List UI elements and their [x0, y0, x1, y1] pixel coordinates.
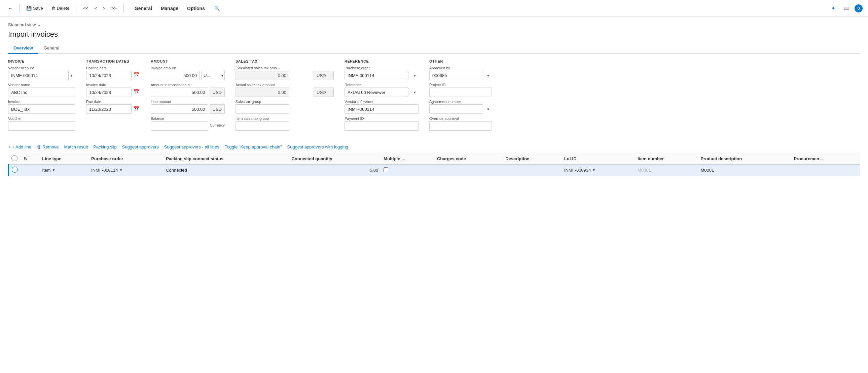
- col-refresh: ↻: [21, 153, 40, 165]
- add-line-button[interactable]: + + Add line: [8, 144, 31, 149]
- refresh-icon[interactable]: ↻: [24, 156, 28, 162]
- tab-general[interactable]: General: [38, 43, 65, 54]
- sales-tax-group-input[interactable]: [236, 104, 289, 114]
- row-description-cell: [503, 165, 561, 176]
- reference-select[interactable]: AxUAT06 Reviewer: [344, 88, 408, 97]
- diamond-button[interactable]: ✦: [828, 3, 838, 14]
- calendar-icon[interactable]: 📅: [133, 71, 140, 79]
- toolbar-right: ✦ 📖 0: [828, 3, 863, 14]
- calendar-icon[interactable]: 📅: [133, 104, 140, 112]
- col-line-type: Line type: [39, 153, 89, 165]
- vendor-name-input[interactable]: [8, 88, 75, 97]
- line-amount-input[interactable]: [151, 104, 208, 114]
- vendor-ref-input[interactable]: [344, 104, 418, 114]
- chevron-down-icon: ▼: [413, 91, 416, 94]
- vendor-account-field: Vendor account INMF-000014 ▼: [8, 66, 75, 80]
- view-selector[interactable]: Standard view ⌄: [8, 22, 860, 27]
- nav-next-button[interactable]: >: [100, 4, 108, 12]
- diamond-icon: ✦: [831, 5, 835, 11]
- override-approval-input[interactable]: [429, 121, 492, 131]
- select-all-checkbox[interactable]: [11, 155, 18, 161]
- suggest-all-lines-button[interactable]: Suggest approvers - all lines: [164, 144, 219, 149]
- menu-general[interactable]: General: [130, 4, 156, 13]
- posting-date-input[interactable]: [86, 71, 131, 80]
- suggest-approvers-button[interactable]: Suggest approvers: [122, 144, 159, 149]
- row-purchase-order-cell: INMF-000114 ▼: [89, 165, 163, 176]
- suggest-logging-button[interactable]: Suggest approvers with logging: [287, 144, 348, 149]
- payment-id-input[interactable]: [344, 121, 418, 131]
- form-sections: INVOICE Vendor account INMF-000014 ▼ Ven…: [8, 59, 860, 136]
- invoice-date-input[interactable]: [86, 88, 131, 97]
- menu-options[interactable]: Options: [183, 4, 209, 13]
- trash-icon: 🗑: [37, 144, 41, 149]
- tab-overview[interactable]: Overview: [8, 43, 38, 54]
- calc-tax-input: [236, 71, 289, 80]
- approved-by-select[interactable]: 000685: [429, 71, 483, 80]
- nav-last-button[interactable]: >>: [109, 4, 119, 12]
- row-packing-slip-cell: Connected: [163, 165, 289, 176]
- toggle-chain-button[interactable]: Toggle "Keep approval chain": [225, 144, 282, 149]
- balance-input[interactable]: [151, 121, 208, 131]
- item-sales-tax-input[interactable]: [236, 121, 289, 131]
- calc-currency-tag: USD: [314, 71, 334, 80]
- nav-first-button[interactable]: <<: [81, 4, 91, 12]
- calc-tax-field: Calculated sales tax amo...: [236, 66, 303, 80]
- book-button[interactable]: 📖: [841, 3, 852, 14]
- section-invoice: INVOICE Vendor account INMF-000014 ▼ Ven…: [8, 59, 75, 133]
- agreement-number-field: Agreement number ▼: [429, 99, 492, 114]
- chevron-down-icon[interactable]: ▼: [592, 168, 595, 172]
- remove-button[interactable]: 🗑 Remove: [37, 144, 59, 149]
- bottom-toolbar: + + Add line 🗑 Remove Match result Packi…: [8, 141, 860, 153]
- invoice-input[interactable]: [8, 104, 75, 114]
- invoice-field: Invoice: [8, 99, 75, 114]
- row-connected-qty-cell: 5.00: [289, 165, 381, 176]
- nav-prev-button[interactable]: <: [92, 4, 100, 12]
- grid-container: ↻ Line type Purchase order Packing slip …: [8, 153, 860, 176]
- col-procurement: Procuremen...: [791, 153, 860, 165]
- amount-tx-input[interactable]: [151, 88, 208, 97]
- divider-handle[interactable]: =: [8, 136, 860, 141]
- project-id-input[interactable]: [429, 88, 492, 97]
- currency-tag-2: USD: [210, 88, 225, 97]
- col-product-description: Product description: [698, 153, 791, 165]
- chevron-down-icon[interactable]: ▼: [52, 168, 56, 172]
- row-checkbox[interactable]: [12, 167, 18, 173]
- invoice-amount-field: Invoice amount U... ▼: [151, 66, 225, 80]
- due-date-input[interactable]: [86, 104, 131, 114]
- invoice-amount-input[interactable]: [151, 71, 200, 80]
- multiple-checkbox[interactable]: [383, 167, 388, 172]
- separator-1: [19, 4, 20, 12]
- search-button[interactable]: 🔍: [212, 3, 222, 14]
- packing-slip-button[interactable]: Packing slip: [93, 144, 116, 149]
- match-result-button[interactable]: Match result: [64, 144, 88, 149]
- notification-badge[interactable]: 0: [855, 4, 863, 12]
- col-purchase-order: Purchase order: [89, 153, 163, 165]
- menu-manage[interactable]: Manage: [157, 4, 182, 13]
- project-id-field: Project ID: [429, 83, 492, 97]
- agreement-number-select[interactable]: [429, 104, 483, 114]
- actual-tax-input: [236, 88, 289, 97]
- invoice-lines-grid: ↻ Line type Purchase order Packing slip …: [8, 153, 860, 176]
- back-button[interactable]: ←: [5, 4, 15, 12]
- purchase-order-ref-select[interactable]: INMF-000114: [344, 71, 408, 80]
- page-title: Import invoices: [8, 30, 860, 39]
- chevron-down-icon[interactable]: ▼: [119, 168, 123, 172]
- actual-currency-tag: USD: [314, 88, 334, 97]
- reference-field: Reference AxUAT06 Reviewer ▼: [344, 83, 418, 97]
- calendar-icon[interactable]: 📅: [133, 88, 140, 95]
- currency-select-1[interactable]: U...: [201, 71, 225, 80]
- vendor-account-select[interactable]: INMF-000014: [8, 71, 69, 80]
- table-row[interactable]: Item ▼ INMF-000114 ▼ Connected: [9, 165, 860, 176]
- col-item-number: Item number: [635, 153, 698, 165]
- section-transaction-dates: TRANSACTION DATES Posting date 📅 Invoice…: [86, 59, 140, 133]
- plus-icon: +: [8, 144, 11, 149]
- approved-by-field: Approved by 000685 ▼: [429, 66, 492, 80]
- trash-icon: 🗑: [51, 6, 56, 11]
- row-lot-id-cell: INMF-000934 ▼: [561, 165, 635, 176]
- save-button[interactable]: 💾 Save: [24, 4, 46, 12]
- purchase-order-ref-field: Purchase order INMF-000114 ▼: [344, 66, 418, 80]
- delete-button[interactable]: 🗑 Delete: [49, 4, 72, 12]
- sales-tax-group-field: Sales tax group: [236, 99, 303, 114]
- voucher-input[interactable]: [8, 121, 75, 131]
- col-packing-slip-status: Packing slip connect status: [163, 153, 289, 165]
